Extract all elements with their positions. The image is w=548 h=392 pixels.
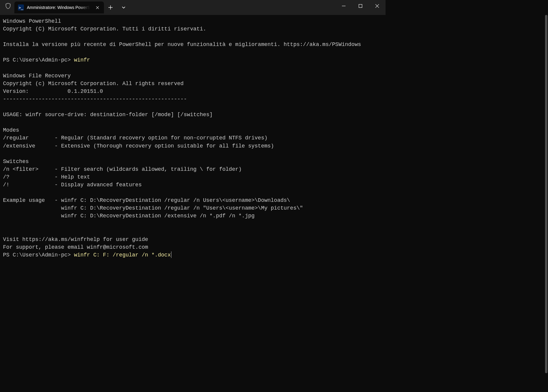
line: Version: 0.1.20151.0 [3,88,103,94]
line: winfr C: D:\RecoveryDestination /extensi… [3,213,255,219]
titlebar: >_ Amministratore: Windows PowerShell [0,0,386,15]
text-cursor [171,251,171,258]
titlebar-left: >_ Amministratore: Windows PowerShell [0,0,130,15]
line: Modes [3,127,19,133]
close-button[interactable] [369,0,386,12]
prompt-prefix: PS C:\Users\Admin-pc> [3,57,74,63]
terminal-output[interactable]: Windows PowerShell Copyright (C) Microso… [0,15,386,270]
minimize-button[interactable] [335,0,352,12]
powershell-icon: >_ [18,4,24,10]
line: /extensive - Extensive (Thorough recover… [3,143,274,149]
tab-dropdown-button[interactable] [117,1,130,13]
line: ----------------------------------------… [3,96,187,102]
tab-close-button[interactable] [94,4,100,10]
line: Windows PowerShell [3,18,61,24]
new-tab-button[interactable] [104,1,117,13]
line: /? - Help text [3,174,90,180]
tab-actions [104,1,130,13]
prompt-command: winfr [74,57,90,63]
line: Example usage - winfr C: D:\RecoveryDest… [3,197,290,203]
line: Copyright (C) Microsoft Corporation. Tut… [3,26,206,32]
window-controls [335,0,386,12]
line: USAGE: winfr source-drive: destination-f… [3,112,213,118]
tab-active[interactable]: >_ Amministratore: Windows PowerShell [14,1,104,13]
line: Switches [3,159,29,165]
shield-icon [5,3,11,9]
line: /n <filter> - Filter search (wildcards a… [3,166,242,172]
line: winfr C: D:\RecoveryDestination /regular… [3,205,303,211]
line: For support, please email winfr@microsof… [3,244,148,250]
line: /regular - Regular (Standard recovery op… [3,135,268,141]
line: Copyright (c) Microsoft Corporation. All… [3,81,184,87]
prompt-command: winfr C: F: /regular /n *.docx [74,252,171,258]
line: Windows File Recovery [3,73,71,79]
line: /! - Display advanced features [3,182,142,188]
prompt-prefix: PS C:\Users\Admin-pc> [3,252,74,258]
tab-title: Amministratore: Windows PowerShell [27,5,91,10]
line: Installa la versione più recente di Powe… [3,41,361,47]
maximize-button[interactable] [352,0,369,12]
line: Visit https://aka.ms/winfrhelp for user … [3,236,148,242]
svg-rect-0 [359,4,362,8]
